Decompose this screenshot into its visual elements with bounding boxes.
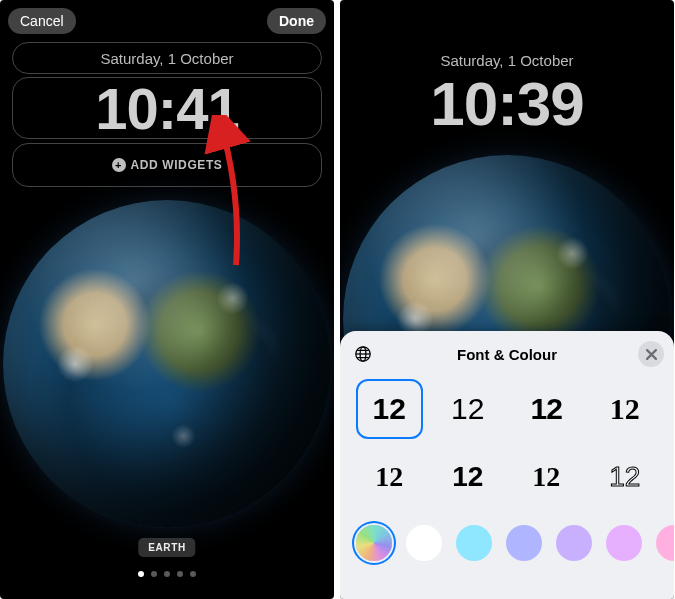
close-icon[interactable] [638, 341, 664, 367]
wallpaper-name-pill: EARTH [138, 538, 195, 557]
lockscreen-time: 10:41 [95, 75, 238, 142]
add-widgets-label: ADD WIDGETS [131, 158, 223, 172]
color-swatch[interactable] [406, 525, 442, 561]
font-option-2[interactable]: 12 [435, 379, 502, 439]
add-widgets-slot[interactable]: + ADD WIDGETS [12, 143, 322, 187]
color-swatch[interactable] [356, 525, 392, 561]
globe-icon[interactable] [352, 343, 374, 365]
done-button[interactable]: Done [267, 8, 326, 34]
add-widgets-button[interactable]: + ADD WIDGETS [112, 158, 223, 172]
color-swatch[interactable] [656, 525, 674, 561]
lockscreen-time: 10:39 [340, 68, 674, 139]
lockscreen-editor: Cancel Done Saturday, 1 October 10:41 + … [0, 0, 334, 599]
page-indicator[interactable] [138, 571, 196, 577]
time-widget-slot[interactable]: 10:41 [12, 77, 322, 139]
color-swatch[interactable] [506, 525, 542, 561]
page-dot [190, 571, 196, 577]
page-dot [151, 571, 157, 577]
font-option-1[interactable]: 12 [356, 379, 423, 439]
sheet-header: Font & Colour [340, 331, 674, 377]
color-swatch[interactable] [456, 525, 492, 561]
page-dot [138, 571, 144, 577]
font-option-4[interactable]: 12 [592, 379, 659, 439]
editor-topbar: Cancel Done [0, 8, 334, 34]
lockscreen-date: Saturday, 1 October [340, 52, 674, 69]
font-option-8[interactable]: 12 [592, 447, 659, 507]
font-option-3[interactable]: 12 [513, 379, 580, 439]
cancel-button[interactable]: Cancel [8, 8, 76, 34]
font-grid: 12 12 12 12 12 12 12 12 [340, 377, 674, 515]
earth-wallpaper [3, 200, 331, 528]
sheet-title: Font & Colour [457, 346, 557, 363]
plus-circle-icon: + [112, 158, 126, 172]
color-row[interactable] [340, 515, 674, 561]
page-dot [164, 571, 170, 577]
page-dot [177, 571, 183, 577]
font-option-6[interactable]: 12 [435, 447, 502, 507]
date-widget-slot[interactable]: Saturday, 1 October [12, 42, 322, 74]
lockscreen-date: Saturday, 1 October [100, 50, 233, 67]
lockscreen-font-picker: Saturday, 1 October 10:39 Font & Colour [340, 0, 674, 599]
color-swatch[interactable] [556, 525, 592, 561]
font-option-7[interactable]: 12 [513, 447, 580, 507]
color-swatch[interactable] [606, 525, 642, 561]
font-colour-sheet: Font & Colour 12 12 12 12 12 12 12 12 [340, 331, 674, 599]
font-option-5[interactable]: 12 [356, 447, 423, 507]
